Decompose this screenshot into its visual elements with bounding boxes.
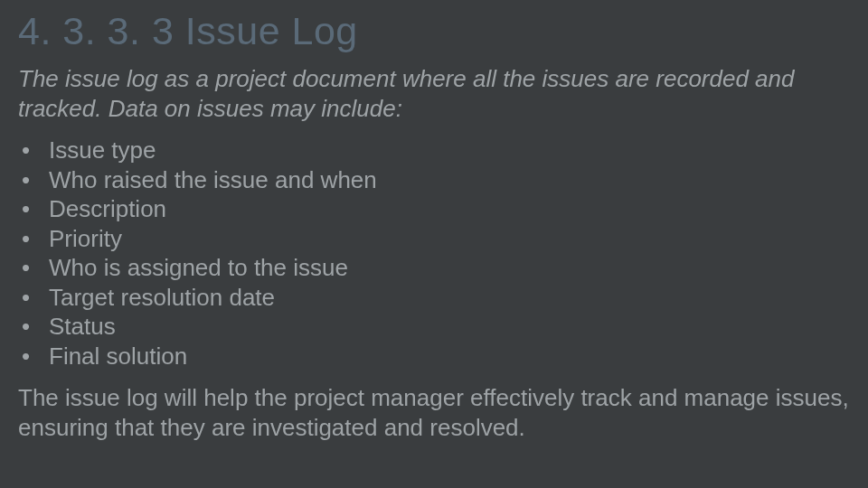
list-item: •Description [22,194,850,224]
bullet-icon: • [22,224,49,254]
slide-container: 4. 3. 3. 3 Issue Log The issue log as a … [0,0,868,488]
list-item: •Issue type [22,136,850,165]
bullet-icon: • [22,312,49,342]
bullet-icon: • [22,253,49,283]
list-item-label: Issue type [49,136,156,165]
slide-title: 4. 3. 3. 3 Issue Log [18,9,850,53]
bullet-icon: • [22,283,49,313]
bullet-icon: • [22,194,49,224]
bullet-list: •Issue type •Who raised the issue and wh… [18,136,850,371]
bullet-icon: • [22,165,49,195]
list-item: •Final solution [22,342,850,371]
bullet-icon: • [22,136,49,165]
conclusion-paragraph: The issue log will help the project mana… [18,383,850,442]
intro-paragraph: The issue log as a project document wher… [18,64,850,123]
list-item: •Who raised the issue and when [22,165,850,195]
bullet-icon: • [22,342,49,371]
list-item: •Target resolution date [22,283,850,313]
list-item-label: Status [49,312,116,342]
list-item-label: Target resolution date [49,283,275,313]
list-item-label: Description [49,194,166,224]
list-item-label: Priority [49,224,122,254]
list-item: •Status [22,312,850,342]
list-item-label: Who raised the issue and when [49,165,377,195]
list-item: •Priority [22,224,850,254]
list-item-label: Who is assigned to the issue [49,253,348,283]
list-item: •Who is assigned to the issue [22,253,850,283]
list-item-label: Final solution [49,342,187,371]
